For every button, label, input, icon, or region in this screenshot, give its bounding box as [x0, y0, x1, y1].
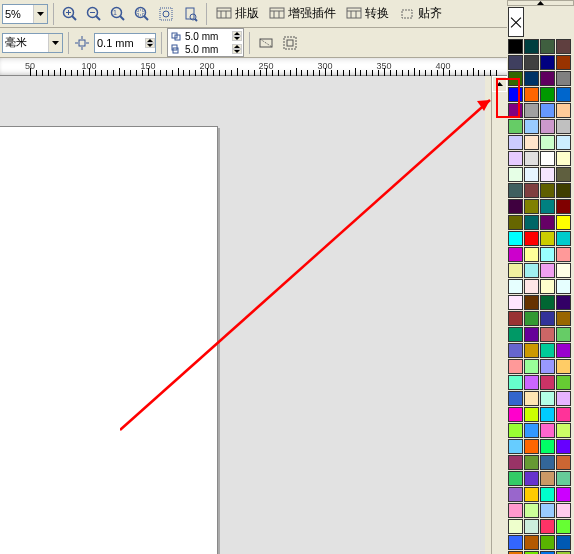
color-swatch[interactable] — [508, 295, 523, 310]
dy-input[interactable] — [185, 44, 230, 55]
color-swatch[interactable] — [508, 439, 523, 454]
color-swatch[interactable] — [524, 39, 539, 54]
color-swatch[interactable] — [556, 119, 571, 134]
color-swatch[interactable] — [556, 519, 571, 534]
color-swatch[interactable] — [508, 391, 523, 406]
color-swatch[interactable] — [540, 391, 555, 406]
color-swatch[interactable] — [508, 71, 523, 86]
color-swatch[interactable] — [540, 119, 555, 134]
color-swatch[interactable] — [540, 199, 555, 214]
outline-width-input[interactable] — [95, 34, 145, 52]
color-swatch[interactable] — [540, 519, 555, 534]
zoom-combo[interactable] — [2, 4, 48, 24]
color-swatch[interactable] — [524, 103, 539, 118]
color-swatch[interactable] — [524, 87, 539, 102]
color-swatch[interactable] — [556, 359, 571, 374]
color-swatch[interactable] — [508, 375, 523, 390]
zoom-selection-icon[interactable] — [131, 3, 153, 25]
color-swatch[interactable] — [556, 311, 571, 326]
color-swatch[interactable] — [508, 263, 523, 278]
color-swatch[interactable] — [524, 471, 539, 486]
color-swatch[interactable] — [556, 471, 571, 486]
color-swatch[interactable] — [540, 39, 555, 54]
color-swatch[interactable] — [556, 455, 571, 470]
color-swatch[interactable] — [556, 135, 571, 150]
color-swatch[interactable] — [508, 215, 523, 230]
color-swatch[interactable] — [524, 263, 539, 278]
zoom-in-icon[interactable] — [59, 3, 81, 25]
color-swatch[interactable] — [556, 103, 571, 118]
color-swatch[interactable] — [524, 231, 539, 246]
color-swatch[interactable] — [524, 151, 539, 166]
color-swatch[interactable] — [508, 455, 523, 470]
color-swatch[interactable] — [524, 199, 539, 214]
color-swatch[interactable] — [508, 487, 523, 502]
color-swatch[interactable] — [556, 295, 571, 310]
color-swatch[interactable] — [556, 423, 571, 438]
color-swatch[interactable] — [524, 423, 539, 438]
color-swatch[interactable] — [540, 71, 555, 86]
color-swatch[interactable] — [524, 519, 539, 534]
color-swatch[interactable] — [556, 55, 571, 70]
color-swatch[interactable] — [556, 167, 571, 182]
vertical-scrollbar[interactable] — [491, 76, 507, 554]
color-swatch[interactable] — [556, 535, 571, 550]
canvas-workspace[interactable] — [0, 76, 485, 554]
color-swatch[interactable] — [540, 151, 555, 166]
color-swatch[interactable] — [524, 343, 539, 358]
color-swatch[interactable] — [540, 295, 555, 310]
units-combo[interactable] — [2, 33, 63, 53]
snap-menu[interactable]: 贴齐 — [395, 3, 446, 25]
color-swatch[interactable] — [524, 247, 539, 262]
zoom-fit-icon[interactable] — [155, 3, 177, 25]
color-swatch[interactable] — [524, 359, 539, 374]
plugins-menu[interactable]: 增强插件 — [265, 3, 340, 25]
color-swatch[interactable] — [508, 279, 523, 294]
color-swatch[interactable] — [508, 343, 523, 358]
no-color-swatch[interactable] — [508, 7, 524, 37]
color-swatch[interactable] — [508, 119, 523, 134]
color-swatch[interactable] — [524, 215, 539, 230]
color-swatch[interactable] — [524, 71, 539, 86]
color-swatch[interactable] — [540, 247, 555, 262]
color-swatch[interactable] — [540, 103, 555, 118]
color-swatch[interactable] — [524, 311, 539, 326]
layout-menu[interactable]: 排版 — [212, 3, 263, 25]
color-swatch[interactable] — [556, 375, 571, 390]
color-swatch[interactable] — [508, 471, 523, 486]
dx-input[interactable] — [185, 31, 230, 42]
color-swatch[interactable] — [508, 247, 523, 262]
color-swatch[interactable] — [524, 135, 539, 150]
convert-menu[interactable]: 转换 — [342, 3, 393, 25]
color-swatch[interactable] — [508, 407, 523, 422]
color-swatch[interactable] — [556, 231, 571, 246]
color-swatch[interactable] — [556, 343, 571, 358]
color-swatch[interactable] — [540, 167, 555, 182]
color-swatch[interactable] — [540, 55, 555, 70]
color-swatch[interactable] — [556, 215, 571, 230]
zoom-actual-icon[interactable]: 1 — [107, 3, 129, 25]
color-swatch[interactable] — [556, 263, 571, 278]
color-swatch[interactable] — [556, 183, 571, 198]
chevron-down-icon[interactable] — [48, 34, 62, 52]
color-swatch[interactable] — [524, 183, 539, 198]
color-swatch[interactable] — [556, 407, 571, 422]
color-swatch[interactable] — [508, 39, 523, 54]
color-swatch[interactable] — [508, 151, 523, 166]
color-swatch[interactable] — [556, 439, 571, 454]
color-swatch[interactable] — [556, 327, 571, 342]
zoom-out-icon[interactable] — [83, 3, 105, 25]
color-swatch[interactable] — [524, 407, 539, 422]
color-swatch[interactable] — [540, 471, 555, 486]
color-swatch[interactable] — [508, 503, 523, 518]
color-swatch[interactable] — [556, 151, 571, 166]
color-swatch[interactable] — [524, 535, 539, 550]
color-swatch[interactable] — [508, 199, 523, 214]
color-swatch[interactable] — [556, 39, 571, 54]
color-swatch[interactable] — [540, 535, 555, 550]
color-swatch[interactable] — [524, 119, 539, 134]
color-swatch[interactable] — [508, 231, 523, 246]
color-swatch[interactable] — [540, 215, 555, 230]
color-swatch[interactable] — [540, 263, 555, 278]
color-swatch[interactable] — [556, 391, 571, 406]
